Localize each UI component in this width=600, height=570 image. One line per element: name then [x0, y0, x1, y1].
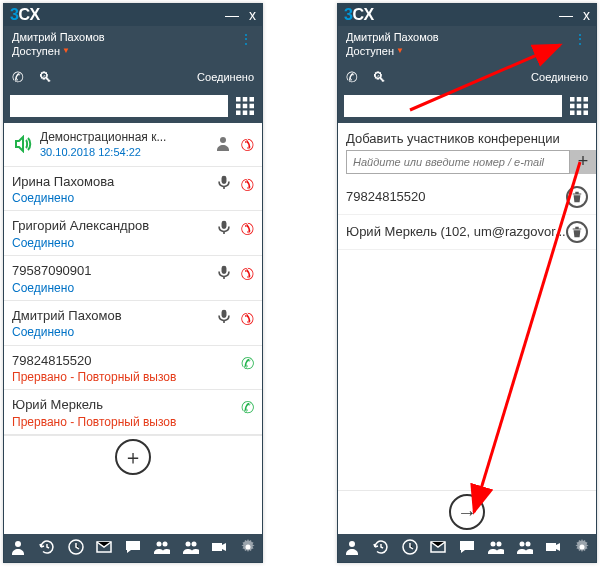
hangup-icon[interactable]: ✆ — [236, 218, 259, 241]
call-icon[interactable]: ✆ — [241, 398, 254, 417]
search-bar — [4, 91, 262, 123]
remove-participant-icon[interactable] — [566, 221, 588, 243]
contacts-nav-icon[interactable] — [154, 539, 170, 558]
softphone-window-active-call: 3CX — x Дмитрий Пахомов Доступен▼ ⋮ ✆ 🔍︎… — [3, 3, 263, 563]
contacts-nav-icon[interactable] — [488, 539, 504, 558]
selected-participant-label: Юрий Меркель (102, um@razgovor... — [346, 224, 566, 239]
settings-nav-icon[interactable] — [240, 539, 256, 558]
mute-icon[interactable] — [217, 175, 231, 193]
clock-nav-icon[interactable] — [68, 539, 84, 558]
call-content: Демонстрационная к... 30.10.2018 12:54:2… — [4, 123, 262, 534]
selected-participant-row: Юрий Меркель (102, um@razgovor... — [338, 215, 596, 250]
chat-nav-icon[interactable] — [459, 539, 475, 558]
participant-row: Ирина ПахомоваСоединено✆ — [4, 167, 262, 212]
conference-nav-icon[interactable] — [517, 539, 533, 558]
user-name: Дмитрий Пахомов — [346, 30, 588, 44]
more-menu-icon[interactable]: ⋮ — [573, 30, 588, 48]
close-button[interactable]: x — [249, 8, 256, 22]
hangup-icon[interactable]: ✆ — [236, 262, 259, 285]
minimize-button[interactable]: — — [559, 8, 573, 22]
search-icon[interactable]: 🔍︎ — [372, 69, 386, 85]
participant-row: Дмитрий ПахомовСоединено✆ — [4, 301, 262, 346]
presence-status[interactable]: Доступен▼ — [346, 44, 588, 58]
participant-status: Соединено — [12, 190, 217, 206]
settings-nav-icon[interactable] — [574, 539, 590, 558]
participant-row: 79587090901Соединено✆ — [4, 256, 262, 301]
user-bar: Дмитрий Пахомов Доступен▼ ⋮ — [338, 26, 596, 63]
conference-nav-icon[interactable] — [183, 539, 199, 558]
conference-time: 12:54:22 — [98, 146, 141, 158]
participant-row: Григорий АлександровСоединено✆ — [4, 211, 262, 256]
voicemail-nav-icon[interactable] — [430, 539, 446, 558]
participant-status: Соединено — [12, 324, 217, 340]
hangup-icon[interactable]: ✆ — [236, 133, 259, 156]
history-nav-icon[interactable] — [39, 539, 55, 558]
mute-icon[interactable] — [217, 265, 231, 283]
dialpad-icon[interactable] — [568, 95, 590, 117]
minimize-button[interactable]: — — [225, 8, 239, 22]
app-logo: 3CX — [344, 6, 374, 24]
action-bar: ✆ 🔍︎ Соединено — [338, 63, 596, 91]
bottom-nav — [338, 534, 596, 562]
remove-participant-icon[interactable] — [566, 186, 588, 208]
conference-date: 30.10.2018 — [40, 146, 95, 158]
close-button[interactable]: x — [583, 8, 590, 22]
presence-nav-icon[interactable] — [10, 539, 26, 558]
user-bar: Дмитрий Пахомов Доступен▼ ⋮ — [4, 26, 262, 63]
presence-nav-icon[interactable] — [344, 539, 360, 558]
dialpad-icon[interactable] — [234, 95, 256, 117]
bottom-nav — [4, 534, 262, 562]
participant-lookup-input[interactable] — [346, 150, 570, 174]
add-participant-plus-button[interactable]: + — [570, 150, 596, 174]
call-icon[interactable]: ✆ — [241, 354, 254, 373]
conference-title: Демонстрационная к... — [40, 129, 215, 145]
app-logo: 3CX — [10, 6, 40, 24]
titlebar: 3CX — x — [4, 4, 262, 26]
participant-name: 79587090901 — [12, 262, 217, 280]
phone-icon[interactable]: ✆ — [12, 69, 24, 85]
participant-row: 79824815520Прервано - Повторный вызов✆ — [4, 346, 262, 391]
conference-header-row: Демонстрационная к... 30.10.2018 12:54:2… — [4, 123, 262, 167]
add-button[interactable]: ＋ — [115, 439, 151, 475]
connection-status-label: Соединено — [197, 71, 254, 83]
participant-name: Григорий Александров — [12, 217, 217, 235]
content-footer: ＋ — [4, 435, 262, 479]
hangup-icon[interactable]: ✆ — [236, 173, 259, 196]
participant-row: Юрий МеркельПрервано - Повторный вызов✆ — [4, 390, 262, 435]
connection-status-label: Соединено — [531, 71, 588, 83]
hangup-icon[interactable]: ✆ — [236, 307, 259, 330]
presence-status[interactable]: Доступен▼ — [12, 44, 254, 58]
chat-nav-icon[interactable] — [125, 539, 141, 558]
speaker-icon — [12, 135, 34, 153]
clock-nav-icon[interactable] — [402, 539, 418, 558]
participant-status: Соединено — [12, 235, 217, 251]
phone-icon[interactable]: ✆ — [346, 69, 358, 85]
proceed-button[interactable]: → — [449, 494, 485, 530]
add-participant-icon[interactable] — [215, 135, 231, 154]
participant-status: Соединено — [12, 280, 217, 296]
video-nav-icon[interactable] — [545, 539, 561, 558]
participant-status: Прервано - Повторный вызов — [12, 369, 241, 385]
add-participants-heading: Добавить участников конференции — [338, 123, 596, 150]
selected-participant-row: 79824815520 — [338, 180, 596, 215]
search-input[interactable] — [10, 95, 228, 117]
mute-icon[interactable] — [217, 309, 231, 327]
participant-name: Юрий Меркель — [12, 396, 241, 414]
action-bar: ✆ 🔍︎ Соединено — [4, 63, 262, 91]
participant-name: 79824815520 — [12, 352, 241, 370]
video-nav-icon[interactable] — [211, 539, 227, 558]
voicemail-nav-icon[interactable] — [96, 539, 112, 558]
search-icon[interactable]: 🔍︎ — [38, 69, 52, 85]
participant-name: Ирина Пахомова — [12, 173, 217, 191]
mute-icon[interactable] — [217, 220, 231, 238]
search-input[interactable] — [344, 95, 562, 117]
content-footer: → — [338, 490, 596, 534]
more-menu-icon[interactable]: ⋮ — [239, 30, 254, 48]
history-nav-icon[interactable] — [373, 539, 389, 558]
participant-name: Дмитрий Пахомов — [12, 307, 217, 325]
participant-status: Прервано - Повторный вызов — [12, 414, 241, 430]
dropdown-icon: ▼ — [62, 46, 70, 56]
add-participants-content: Добавить участников конференции + 798248… — [338, 123, 596, 534]
user-name: Дмитрий Пахомов — [12, 30, 254, 44]
dropdown-icon: ▼ — [396, 46, 404, 56]
